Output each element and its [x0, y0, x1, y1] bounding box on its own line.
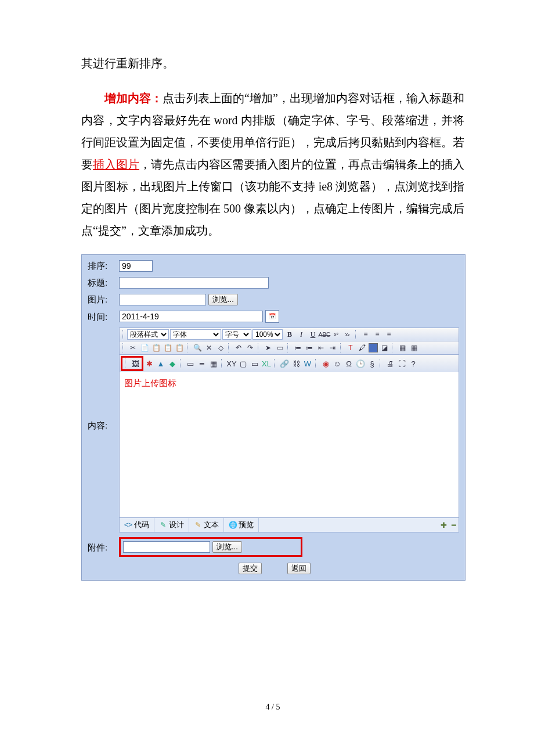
expand-icon[interactable]: ✚	[438, 521, 449, 530]
table-props-icon[interactable]: ▦	[409, 343, 419, 353]
text-icon: ✎	[194, 521, 202, 529]
hr-icon[interactable]: ━	[197, 358, 207, 369]
para-continuation: 其进行重新排序。	[81, 52, 464, 74]
cut-icon[interactable]: ✂	[128, 343, 138, 353]
sep-icon	[221, 359, 224, 368]
select-font[interactable]: 字体	[170, 329, 221, 340]
link-icon[interactable]: 🔗	[279, 358, 290, 369]
toolbar-grip-icon	[122, 330, 125, 339]
insert-image-icon[interactable]: 🖼	[130, 358, 140, 369]
sep-icon	[274, 359, 277, 368]
row-attach: 附件: 浏览...	[88, 537, 459, 557]
unlink-icon[interactable]: ⛓	[291, 358, 301, 369]
input-image-path[interactable]	[119, 294, 206, 305]
pointer-icon[interactable]: ➤	[263, 343, 273, 353]
input-title[interactable]	[119, 277, 269, 289]
underline-icon[interactable]: U	[308, 329, 318, 340]
strike-icon[interactable]: ABC	[319, 329, 330, 340]
input-sort[interactable]	[119, 260, 153, 272]
sep-icon	[355, 330, 358, 339]
browse-attach-button[interactable]: 浏览...	[212, 541, 242, 553]
sep-icon	[228, 343, 231, 352]
label-attach: 附件:	[88, 541, 119, 553]
submit-button[interactable]: 提交	[239, 563, 262, 574]
code-icon: <>	[124, 521, 132, 529]
eraser-icon[interactable]: ◇	[215, 343, 226, 353]
insert-media-icon[interactable]: ▲	[156, 358, 166, 369]
form-panel: 排序: 标题: 图片: 浏览... 时间: 📅 内容: 段落样式 字	[81, 254, 466, 581]
label-image: 图片:	[88, 293, 119, 305]
paste-word-icon[interactable]: 📋	[163, 343, 173, 353]
find-icon[interactable]: 🔍	[192, 343, 203, 353]
label-add-content: 增加内容：	[104, 92, 163, 105]
web-icon[interactable]: W	[302, 358, 313, 369]
anchor-icon[interactable]: ◉	[320, 358, 331, 369]
select-paragraph-style[interactable]: 段落样式	[127, 329, 169, 340]
sep-icon	[258, 343, 261, 352]
form-icon[interactable]: ▢	[238, 358, 248, 369]
outdent-icon[interactable]: ⇤	[316, 343, 326, 353]
select-zoom[interactable]: 100%	[252, 329, 283, 340]
symbol-icon[interactable]: §	[367, 358, 377, 369]
superscript-icon[interactable]: x²	[331, 329, 341, 340]
copy-icon[interactable]: 📄	[139, 343, 150, 353]
excel-icon[interactable]: XL	[261, 358, 272, 369]
emoji-icon[interactable]: ☺	[332, 358, 342, 369]
help-icon[interactable]: ?	[408, 358, 418, 369]
browse-image-button[interactable]: 浏览...	[208, 294, 238, 305]
tab-design[interactable]: ✎ 设计	[154, 518, 189, 532]
more-icon[interactable]: ◪	[379, 343, 389, 353]
textbox-icon[interactable]: XY	[226, 358, 237, 369]
label-title: 标题:	[88, 276, 119, 289]
input-time[interactable]	[119, 311, 263, 322]
button-icon[interactable]: ▭	[250, 358, 260, 369]
insert-flash-icon[interactable]: ✱	[144, 358, 154, 369]
forecolor-icon[interactable]: T	[345, 343, 356, 353]
align-center-icon[interactable]: ≡	[372, 329, 383, 340]
sep-icon	[392, 343, 395, 352]
bold-icon[interactable]: B	[284, 329, 295, 340]
label-insert-image: 插入图片	[93, 158, 139, 171]
editor-body[interactable]: 图片上传图标	[119, 372, 459, 518]
insert-file-icon[interactable]: ◆	[167, 358, 178, 369]
ordered-list-icon[interactable]: ≔	[293, 343, 303, 353]
italic-icon[interactable]: I	[296, 329, 306, 340]
print-icon[interactable]: 🖨	[385, 358, 395, 369]
tab-code[interactable]: <> 代码	[120, 518, 154, 532]
tab-text[interactable]: ✎ 文本	[189, 518, 224, 532]
sep-icon	[340, 343, 343, 352]
special-char-icon[interactable]: Ω	[344, 358, 354, 369]
fullscreen-icon[interactable]: ⛶	[396, 358, 407, 369]
back-button[interactable]: 返回	[287, 563, 311, 574]
fontcolor-box-icon[interactable]	[369, 343, 378, 352]
sep-icon	[287, 343, 290, 352]
submit-row: 提交 返回	[88, 563, 459, 574]
collapse-icon[interactable]: ━	[449, 521, 459, 530]
align-right-icon[interactable]: ≡	[384, 329, 394, 340]
paste-text-icon[interactable]: 📋	[174, 343, 185, 353]
delete-icon[interactable]: ✕	[204, 343, 214, 353]
datetime-icon[interactable]: 🕒	[355, 358, 366, 369]
row-time: 时间: 📅	[88, 310, 459, 323]
grid-icon[interactable]: ▦	[208, 358, 219, 369]
input-attach-path[interactable]	[123, 541, 210, 553]
row-sort: 排序:	[88, 260, 459, 272]
undo-icon[interactable]: ↶	[233, 343, 244, 353]
tab-preview[interactable]: 🌐 预览	[224, 518, 259, 532]
select-all-icon[interactable]: ▭	[275, 343, 285, 353]
upload-icon-caption: 图片上传图标	[124, 378, 176, 389]
tab-preview-label: 预览	[239, 520, 254, 530]
subscript-icon[interactable]: x₂	[342, 329, 353, 340]
toolbar-row-3: 🖼 ✱ ▲ ◆ ▭ ━ ▦ XY ▢ ▭ XL 🔗 ⛓	[119, 354, 459, 372]
indent-icon[interactable]: ⇥	[327, 343, 338, 353]
backcolor-icon[interactable]: 🖍	[357, 343, 367, 353]
paste-icon[interactable]: 📋	[151, 343, 161, 353]
calendar-icon[interactable]: 📅	[265, 310, 279, 323]
redo-icon[interactable]: ↷	[245, 343, 255, 353]
unordered-list-icon[interactable]: ≔	[304, 343, 315, 353]
align-left-icon[interactable]: ≡	[360, 329, 371, 340]
label-content: 内容:	[88, 327, 119, 431]
layout-icon[interactable]: ▭	[185, 358, 196, 369]
select-font-size[interactable]: 字号	[222, 329, 251, 340]
table-icon[interactable]: ▦	[397, 343, 407, 353]
